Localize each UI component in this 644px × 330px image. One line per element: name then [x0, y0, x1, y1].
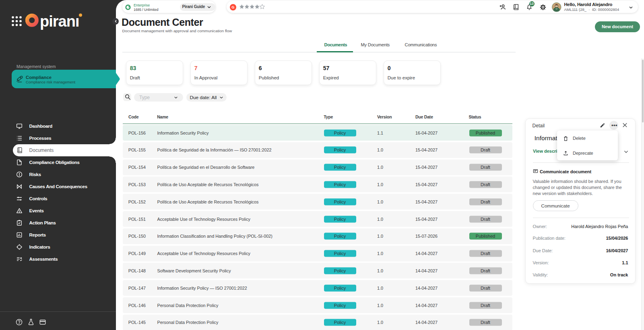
svg-text:pirani: pirani — [40, 13, 79, 30]
svg-text:G: G — [231, 5, 234, 9]
